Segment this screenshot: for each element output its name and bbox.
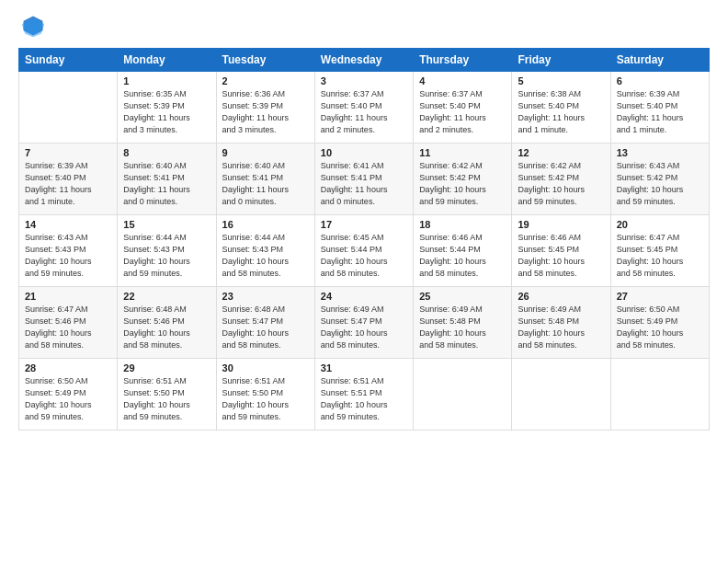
calendar-cell: 17Sunrise: 6:45 AM Sunset: 5:44 PM Dayli…	[314, 215, 413, 287]
calendar-cell: 22Sunrise: 6:48 AM Sunset: 5:46 PM Dayli…	[118, 287, 216, 359]
cell-content: Sunrise: 6:47 AM Sunset: 5:45 PM Dayligh…	[617, 232, 703, 280]
cell-content: Sunrise: 6:45 AM Sunset: 5:44 PM Dayligh…	[321, 232, 407, 280]
calendar-cell: 24Sunrise: 6:49 AM Sunset: 5:47 PM Dayli…	[314, 287, 413, 359]
day-number: 8	[123, 147, 210, 158]
day-number: 12	[518, 147, 604, 158]
calendar-cell: 26Sunrise: 6:49 AM Sunset: 5:48 PM Dayli…	[512, 287, 610, 359]
col-header-tuesday: Tuesday	[216, 49, 314, 72]
day-number: 9	[222, 147, 309, 158]
calendar-cell: 11Sunrise: 6:42 AM Sunset: 5:42 PM Dayli…	[414, 144, 512, 215]
cell-content: Sunrise: 6:43 AM Sunset: 5:42 PM Dayligh…	[617, 160, 703, 208]
page: SundayMondayTuesdayWednesdayThursdayFrid…	[0, 0, 728, 563]
day-number: 20	[617, 219, 703, 230]
day-number: 18	[419, 219, 506, 230]
calendar-cell: 6Sunrise: 6:39 AM Sunset: 5:40 PM Daylig…	[610, 72, 709, 144]
cell-content: Sunrise: 6:39 AM Sunset: 5:40 PM Dayligh…	[617, 88, 703, 136]
day-number: 16	[222, 219, 309, 230]
cell-content: Sunrise: 6:51 AM Sunset: 5:50 PM Dayligh…	[123, 375, 210, 423]
calendar-cell	[414, 359, 512, 431]
day-number: 26	[518, 291, 604, 302]
calendar-cell: 20Sunrise: 6:47 AM Sunset: 5:45 PM Dayli…	[610, 215, 709, 287]
cell-content: Sunrise: 6:40 AM Sunset: 5:41 PM Dayligh…	[222, 160, 309, 208]
day-number: 1	[123, 75, 210, 86]
day-number: 23	[222, 291, 309, 302]
cell-content: Sunrise: 6:48 AM Sunset: 5:47 PM Dayligh…	[222, 304, 309, 351]
day-number: 3	[321, 75, 407, 86]
calendar-cell: 1Sunrise: 6:35 AM Sunset: 5:39 PM Daylig…	[118, 72, 216, 144]
calendar-cell	[512, 359, 610, 431]
calendar-cell: 29Sunrise: 6:51 AM Sunset: 5:50 PM Dayli…	[118, 359, 216, 431]
day-number: 17	[321, 219, 407, 230]
calendar-cell: 21Sunrise: 6:47 AM Sunset: 5:46 PM Dayli…	[19, 287, 118, 359]
cell-content: Sunrise: 6:44 AM Sunset: 5:43 PM Dayligh…	[123, 232, 210, 280]
calendar-cell	[19, 72, 118, 144]
day-number: 14	[25, 219, 111, 230]
calendar-cell: 5Sunrise: 6:38 AM Sunset: 5:40 PM Daylig…	[512, 72, 610, 144]
week-row-4: 21Sunrise: 6:47 AM Sunset: 5:46 PM Dayli…	[19, 287, 710, 359]
col-header-saturday: Saturday	[610, 49, 709, 72]
calendar-cell: 27Sunrise: 6:50 AM Sunset: 5:49 PM Dayli…	[610, 287, 709, 359]
day-number: 5	[518, 75, 604, 86]
calendar-cell: 18Sunrise: 6:46 AM Sunset: 5:44 PM Dayli…	[414, 215, 512, 287]
day-number: 30	[222, 362, 309, 373]
calendar-cell: 13Sunrise: 6:43 AM Sunset: 5:42 PM Dayli…	[610, 144, 709, 215]
cell-content: Sunrise: 6:50 AM Sunset: 5:49 PM Dayligh…	[617, 304, 703, 351]
day-number: 28	[25, 362, 111, 373]
week-row-1: 1Sunrise: 6:35 AM Sunset: 5:39 PM Daylig…	[19, 72, 710, 144]
cell-content: Sunrise: 6:49 AM Sunset: 5:48 PM Dayligh…	[518, 304, 604, 351]
day-number: 6	[617, 75, 703, 86]
calendar-cell: 23Sunrise: 6:48 AM Sunset: 5:47 PM Dayli…	[216, 287, 314, 359]
col-header-sunday: Sunday	[19, 49, 118, 72]
day-number: 19	[518, 219, 604, 230]
cell-content: Sunrise: 6:35 AM Sunset: 5:39 PM Dayligh…	[123, 88, 210, 136]
cell-content: Sunrise: 6:37 AM Sunset: 5:40 PM Dayligh…	[321, 88, 407, 136]
calendar-cell: 7Sunrise: 6:39 AM Sunset: 5:40 PM Daylig…	[19, 144, 118, 215]
day-number: 4	[419, 75, 506, 86]
cell-content: Sunrise: 6:44 AM Sunset: 5:43 PM Dayligh…	[222, 232, 309, 280]
logo-icon	[20, 13, 46, 39]
col-header-wednesday: Wednesday	[314, 49, 413, 72]
cell-content: Sunrise: 6:42 AM Sunset: 5:42 PM Dayligh…	[518, 160, 604, 208]
calendar-cell: 9Sunrise: 6:40 AM Sunset: 5:41 PM Daylig…	[216, 144, 314, 215]
calendar-cell: 28Sunrise: 6:50 AM Sunset: 5:49 PM Dayli…	[19, 359, 118, 431]
day-number: 13	[617, 147, 703, 158]
day-number: 25	[419, 291, 506, 302]
col-header-friday: Friday	[512, 49, 610, 72]
calendar-cell: 4Sunrise: 6:37 AM Sunset: 5:40 PM Daylig…	[414, 72, 512, 144]
cell-content: Sunrise: 6:51 AM Sunset: 5:51 PM Dayligh…	[321, 375, 407, 423]
day-number: 29	[123, 362, 210, 373]
cell-content: Sunrise: 6:46 AM Sunset: 5:44 PM Dayligh…	[419, 232, 506, 280]
col-header-monday: Monday	[118, 49, 216, 72]
day-number: 11	[419, 147, 506, 158]
calendar-cell: 30Sunrise: 6:51 AM Sunset: 5:50 PM Dayli…	[216, 359, 314, 431]
calendar-cell: 3Sunrise: 6:37 AM Sunset: 5:40 PM Daylig…	[314, 72, 413, 144]
logo	[18, 17, 46, 39]
day-number: 10	[321, 147, 407, 158]
day-number: 15	[123, 219, 210, 230]
cell-content: Sunrise: 6:48 AM Sunset: 5:46 PM Dayligh…	[123, 304, 210, 351]
cell-content: Sunrise: 6:50 AM Sunset: 5:49 PM Dayligh…	[25, 375, 111, 423]
calendar-cell	[610, 359, 709, 431]
day-number: 7	[25, 147, 111, 158]
calendar-cell: 19Sunrise: 6:46 AM Sunset: 5:45 PM Dayli…	[512, 215, 610, 287]
day-number: 31	[321, 362, 407, 373]
cell-content: Sunrise: 6:47 AM Sunset: 5:46 PM Dayligh…	[25, 304, 111, 351]
week-row-3: 14Sunrise: 6:43 AM Sunset: 5:43 PM Dayli…	[19, 215, 710, 287]
cell-content: Sunrise: 6:46 AM Sunset: 5:45 PM Dayligh…	[518, 232, 604, 280]
day-number: 22	[123, 291, 210, 302]
cell-content: Sunrise: 6:51 AM Sunset: 5:50 PM Dayligh…	[222, 375, 309, 423]
calendar-cell: 25Sunrise: 6:49 AM Sunset: 5:48 PM Dayli…	[414, 287, 512, 359]
day-number: 24	[321, 291, 407, 302]
cell-content: Sunrise: 6:49 AM Sunset: 5:47 PM Dayligh…	[321, 304, 407, 351]
calendar-cell: 2Sunrise: 6:36 AM Sunset: 5:39 PM Daylig…	[216, 72, 314, 144]
cell-content: Sunrise: 6:42 AM Sunset: 5:42 PM Dayligh…	[419, 160, 506, 208]
calendar-cell: 12Sunrise: 6:42 AM Sunset: 5:42 PM Dayli…	[512, 144, 610, 215]
header	[18, 17, 710, 39]
calendar-cell: 15Sunrise: 6:44 AM Sunset: 5:43 PM Dayli…	[118, 215, 216, 287]
calendar-cell: 8Sunrise: 6:40 AM Sunset: 5:41 PM Daylig…	[118, 144, 216, 215]
cell-content: Sunrise: 6:36 AM Sunset: 5:39 PM Dayligh…	[222, 88, 309, 136]
cell-content: Sunrise: 6:43 AM Sunset: 5:43 PM Dayligh…	[25, 232, 111, 280]
header-row: SundayMondayTuesdayWednesdayThursdayFrid…	[19, 49, 710, 72]
calendar-cell: 10Sunrise: 6:41 AM Sunset: 5:41 PM Dayli…	[314, 144, 413, 215]
week-row-5: 28Sunrise: 6:50 AM Sunset: 5:49 PM Dayli…	[19, 359, 710, 431]
